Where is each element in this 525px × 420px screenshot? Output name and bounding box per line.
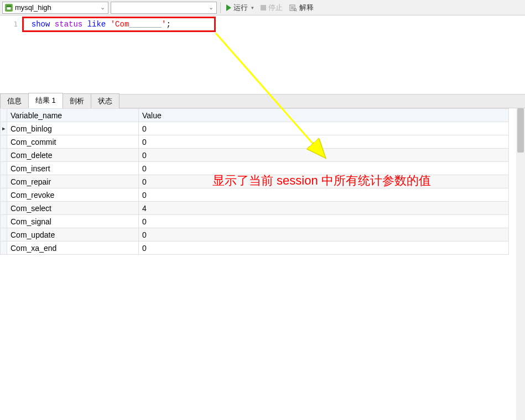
explain-icon [289, 4, 297, 12]
divider [220, 2, 221, 13]
table-row[interactable]: Com_xa_end0 [1, 242, 509, 255]
svg-line-7 [296, 11, 297, 12]
table-row[interactable]: ▸Com_binlog0 [1, 122, 509, 135]
tab-info[interactable]: 信息 [0, 93, 29, 108]
line-number: 1 [0, 20, 18, 28]
stop-button: 停止 [258, 2, 285, 14]
row-indicator [1, 228, 7, 242]
column-header-variable[interactable]: Variable_name [7, 109, 139, 122]
table-row[interactable]: Com_insert0 [1, 162, 509, 175]
row-indicator [1, 188, 7, 202]
column-header-value[interactable]: Value [139, 109, 509, 122]
table-row[interactable]: Com_delete0 [1, 149, 509, 162]
vertical-scrollbar[interactable] [516, 108, 525, 420]
cell-value[interactable]: 0 [139, 175, 509, 188]
result-grid[interactable]: Variable_name Value ▸Com_binlog0 Com_com… [0, 108, 509, 255]
result-grid-container: Variable_name Value ▸Com_binlog0 Com_com… [0, 108, 525, 420]
row-indicator [1, 202, 7, 215]
explain-button[interactable]: 解释 [287, 2, 316, 14]
cell-value[interactable]: 0 [139, 215, 509, 228]
run-button[interactable]: 运行 ▾ [224, 2, 256, 14]
chevron-down-icon: ▾ [251, 5, 254, 11]
cell-variable[interactable]: Com_delete [7, 149, 139, 162]
cell-variable[interactable]: Com_repair [7, 175, 139, 188]
scrollbar-thumb[interactable] [517, 108, 524, 153]
row-indicator [1, 162, 7, 175]
row-header-corner [1, 109, 7, 122]
database-selector-text: mysql_high [15, 3, 98, 12]
code-area[interactable]: show status like 'Com_______'; [22, 15, 525, 94]
table-row[interactable]: Com_commit0 [1, 135, 509, 149]
explain-label: 解释 [299, 3, 314, 13]
cell-variable[interactable]: Com_select [7, 202, 139, 215]
cell-variable[interactable]: Com_xa_end [7, 242, 139, 255]
tab-result[interactable]: 结果 1 [28, 93, 63, 108]
header-row: Variable_name Value [1, 109, 509, 122]
run-label: 运行 [233, 3, 248, 13]
cell-variable[interactable]: Com_update [7, 228, 139, 242]
cell-variable[interactable]: Com_binlog [7, 122, 139, 135]
table-row[interactable]: Com_repair0 [1, 175, 509, 188]
table-row[interactable]: Com_revoke0 [1, 188, 509, 202]
tab-profile[interactable]: 剖析 [63, 93, 91, 108]
chevron-down-icon: ⌄ [98, 4, 107, 11]
stop-label: 停止 [268, 3, 283, 13]
cell-value[interactable]: 0 [139, 228, 509, 242]
row-indicator [1, 135, 7, 149]
stop-icon [261, 5, 266, 11]
row-indicator: ▸ [1, 122, 7, 135]
cell-variable[interactable]: Com_insert [7, 162, 139, 175]
svg-rect-1 [7, 6, 11, 7]
row-indicator [1, 242, 7, 255]
result-tabs: 信息 结果 1 剖析 状态 [0, 94, 525, 108]
table-row[interactable]: Com_update0 [1, 228, 509, 242]
secondary-selector[interactable]: ⌄ [111, 2, 217, 14]
database-icon [5, 4, 13, 12]
cell-value[interactable]: 0 [139, 135, 509, 149]
cell-value[interactable]: 0 [139, 162, 509, 175]
cell-value[interactable]: 0 [139, 242, 509, 255]
cell-value[interactable]: 0 [139, 122, 509, 135]
table-row[interactable]: Com_select4 [1, 202, 509, 215]
tab-state[interactable]: 状态 [91, 93, 119, 108]
cell-value[interactable]: 4 [139, 202, 509, 215]
database-selector[interactable]: mysql_high ⌄ [2, 2, 108, 14]
table-row[interactable]: Com_signal0 [1, 215, 509, 228]
line-gutter: 1 [0, 15, 22, 94]
code-line: show status like 'Com_______'; [22, 20, 171, 29]
row-indicator [1, 149, 7, 162]
cell-variable[interactable]: Com_signal [7, 215, 139, 228]
row-indicator [1, 175, 7, 188]
cell-variable[interactable]: Com_revoke [7, 188, 139, 202]
cell-value[interactable]: 0 [139, 149, 509, 162]
sql-editor[interactable]: 1 show status like 'Com_______'; [0, 15, 525, 94]
play-icon [226, 4, 231, 11]
cell-variable[interactable]: Com_commit [7, 135, 139, 149]
row-indicator [1, 215, 7, 228]
cell-value[interactable]: 0 [139, 188, 509, 202]
toolbar: mysql_high ⌄ ⌄ 运行 ▾ 停止 解释 [0, 0, 525, 15]
chevron-down-icon: ⌄ [206, 4, 215, 11]
